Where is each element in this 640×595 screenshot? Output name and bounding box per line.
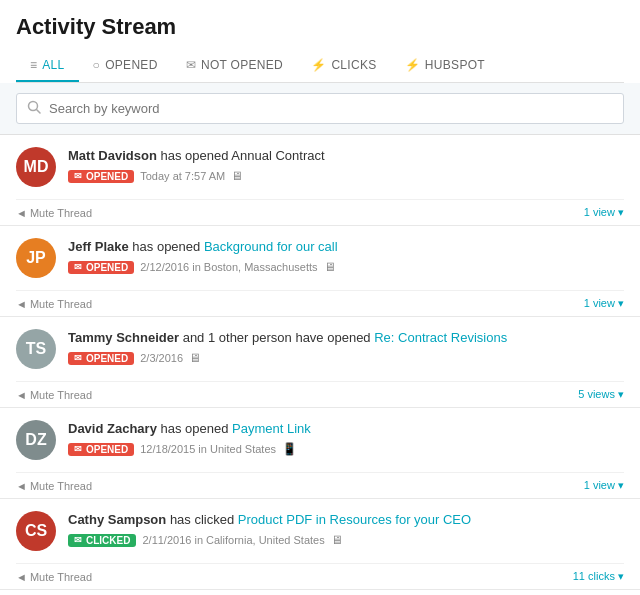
avatar: JP [16, 238, 56, 278]
activity-meta: ✉ CLICKED 2/11/2016 in California, Unite… [68, 533, 624, 547]
tab-hubspot[interactable]: ⚡ HUBSPOT [391, 50, 499, 82]
tab-clicks-icon: ⚡ [311, 58, 326, 72]
activity-footer: ◄ Mute Thread 11 clicks ▾ [16, 563, 624, 589]
activity-footer: ◄ Mute Thread 5 views ▾ [16, 381, 624, 407]
avatar: MD [16, 147, 56, 187]
view-count[interactable]: 11 clicks ▾ [573, 570, 624, 583]
activity-main-1: JP Jeff Plake has opened Background for … [16, 238, 624, 288]
action-text: has opened [160, 148, 231, 163]
tab-clicks[interactable]: ⚡ CLICKS [297, 50, 390, 82]
mute-thread-button[interactable]: ◄ Mute Thread [16, 298, 92, 310]
activity-list: MD Matt Davidson has opened Annual Contr… [0, 135, 640, 590]
activity-link[interactable]: Annual Contract [231, 148, 324, 163]
status-badge: ✉ OPENED [68, 261, 134, 274]
tab-not-opened[interactable]: ✉ NOT OPENED [172, 50, 297, 82]
badge-icon: ✉ [74, 171, 82, 181]
badge-icon: ✉ [74, 262, 82, 272]
activity-footer: ◄ Mute Thread 1 view ▾ [16, 290, 624, 316]
badge-icon: ✉ [74, 353, 82, 363]
activity-link[interactable]: Product PDF in Resources for your CEO [238, 512, 471, 527]
activity-item: DZ David Zachary has opened Payment Link… [0, 408, 640, 499]
device-icon: 🖥 [231, 169, 243, 183]
badge-icon: ✉ [74, 535, 82, 545]
page-title: Activity Stream [16, 14, 624, 40]
device-icon: 🖥 [331, 533, 343, 547]
activity-content: Matt Davidson has opened Annual Contract… [68, 147, 624, 183]
meta-date: 2/3/2016 [140, 352, 183, 364]
activity-link[interactable]: Re: Contract Revisions [374, 330, 507, 345]
person-name: Tammy Schneider [68, 330, 179, 345]
device-icon: 📱 [282, 442, 297, 456]
mute-thread-button[interactable]: ◄ Mute Thread [16, 389, 92, 401]
activity-footer: ◄ Mute Thread 1 view ▾ [16, 199, 624, 225]
activity-content: Jeff Plake has opened Background for our… [68, 238, 624, 274]
svg-line-1 [37, 110, 41, 114]
avatar: CS [16, 511, 56, 551]
tab-not-opened-icon: ✉ [186, 58, 196, 72]
view-count[interactable]: 5 views ▾ [578, 388, 624, 401]
activity-content: Tammy Schneider and 1 other person have … [68, 329, 624, 365]
device-icon: 🖥 [324, 260, 336, 274]
activity-main-0: MD Matt Davidson has opened Annual Contr… [16, 147, 624, 197]
view-count[interactable]: 1 view ▾ [584, 206, 624, 219]
search-bar [0, 83, 640, 135]
activity-item: TS Tammy Schneider and 1 other person ha… [0, 317, 640, 408]
tab-hubspot-icon: ⚡ [405, 58, 420, 72]
person-name: Jeff Plake [68, 239, 129, 254]
activity-main-2: TS Tammy Schneider and 1 other person ha… [16, 329, 624, 379]
activity-text: Jeff Plake has opened Background for our… [68, 238, 624, 256]
avatar: TS [16, 329, 56, 369]
activity-link[interactable]: Payment Link [232, 421, 311, 436]
tab-all-icon: ≡ [30, 58, 37, 72]
activity-meta: ✉ OPENED 2/3/2016 🖥 [68, 351, 624, 365]
activity-meta: ✉ OPENED 12/18/2015 in United States 📱 [68, 442, 624, 456]
tab-all[interactable]: ≡ ALL [16, 50, 79, 82]
action-text: has opened [161, 421, 233, 436]
page-header: Activity Stream ≡ ALL ○ OPENED ✉ NOT OPE… [0, 0, 640, 83]
mute-thread-button[interactable]: ◄ Mute Thread [16, 207, 92, 219]
activity-content: Cathy Sampson has clicked Product PDF in… [68, 511, 624, 547]
search-wrapper[interactable] [16, 93, 624, 124]
mute-thread-button[interactable]: ◄ Mute Thread [16, 571, 92, 583]
action-text: has clicked [170, 512, 238, 527]
tab-bar: ≡ ALL ○ OPENED ✉ NOT OPENED ⚡ CLICKS ⚡ H… [16, 50, 624, 83]
avatar: DZ [16, 420, 56, 460]
activity-link[interactable]: Background for our call [204, 239, 338, 254]
activity-footer: ◄ Mute Thread 1 view ▾ [16, 472, 624, 498]
activity-text: Tammy Schneider and 1 other person have … [68, 329, 624, 347]
meta-date: 2/12/2016 in Boston, Massachusetts [140, 261, 317, 273]
meta-date: 12/18/2015 in United States [140, 443, 276, 455]
activity-text: David Zachary has opened Payment Link [68, 420, 624, 438]
activity-meta: ✉ OPENED 2/12/2016 in Boston, Massachuse… [68, 260, 624, 274]
activity-content: David Zachary has opened Payment Link ✉ … [68, 420, 624, 456]
status-badge: ✉ OPENED [68, 352, 134, 365]
activity-text: Matt Davidson has opened Annual Contract [68, 147, 624, 165]
status-badge: ✉ OPENED [68, 443, 134, 456]
activity-text: Cathy Sampson has clicked Product PDF in… [68, 511, 624, 529]
activity-item: CS Cathy Sampson has clicked Product PDF… [0, 499, 640, 590]
person-name: Cathy Sampson [68, 512, 166, 527]
action-text: has opened [132, 239, 204, 254]
tab-opened[interactable]: ○ OPENED [79, 50, 172, 82]
action-text: and 1 other person have opened [183, 330, 375, 345]
person-name: Matt Davidson [68, 148, 157, 163]
status-badge: ✉ OPENED [68, 170, 134, 183]
activity-main-3: DZ David Zachary has opened Payment Link… [16, 420, 624, 470]
meta-date: Today at 7:57 AM [140, 170, 225, 182]
activity-main-4: CS Cathy Sampson has clicked Product PDF… [16, 511, 624, 561]
view-count[interactable]: 1 view ▾ [584, 479, 624, 492]
mute-thread-button[interactable]: ◄ Mute Thread [16, 480, 92, 492]
status-badge: ✉ CLICKED [68, 534, 136, 547]
badge-icon: ✉ [74, 444, 82, 454]
device-icon: 🖥 [189, 351, 201, 365]
activity-meta: ✉ OPENED Today at 7:57 AM 🖥 [68, 169, 624, 183]
activity-item: MD Matt Davidson has opened Annual Contr… [0, 135, 640, 226]
search-input[interactable] [49, 101, 613, 116]
meta-date: 2/11/2016 in California, United States [142, 534, 324, 546]
tab-opened-icon: ○ [93, 58, 101, 72]
person-name: David Zachary [68, 421, 157, 436]
search-icon [27, 100, 41, 117]
view-count[interactable]: 1 view ▾ [584, 297, 624, 310]
activity-item: JP Jeff Plake has opened Background for … [0, 226, 640, 317]
